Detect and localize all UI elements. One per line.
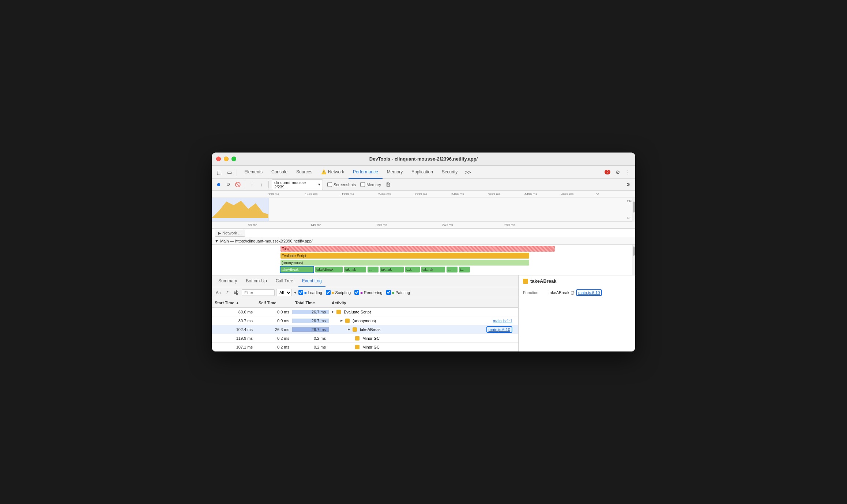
td-total-5: 0.2 ms bbox=[292, 345, 329, 349]
tab-elements[interactable]: Elements bbox=[240, 166, 267, 179]
refresh-record-button[interactable]: ↺ bbox=[224, 181, 232, 189]
flame-3[interactable]: tak...ak bbox=[344, 267, 366, 272]
ruler-mark-7: 3999 ms bbox=[488, 192, 501, 196]
tree-arrow-1[interactable]: ▶ bbox=[332, 310, 334, 313]
bottom-split: Summary Bottom-Up Call Tree Event Log Aa bbox=[212, 275, 635, 351]
tab-sources[interactable]: Sources bbox=[292, 166, 317, 179]
activity-cell-3: ▶ takeABreak main.js:6:10 bbox=[329, 326, 518, 333]
th-self-time[interactable]: Self Time bbox=[256, 301, 292, 305]
tab-summary[interactable]: Summary bbox=[215, 275, 241, 287]
flame-8[interactable]: t... bbox=[447, 267, 458, 272]
more-tabs-button[interactable]: >> bbox=[462, 169, 474, 175]
ruler-mark-5: 2999 ms bbox=[415, 192, 428, 196]
tab-bottom-up[interactable]: Bottom-Up bbox=[242, 275, 270, 287]
rp-function-link[interactable]: main.js:6:10 bbox=[576, 289, 602, 296]
tab-network[interactable]: ⚠️ Network bbox=[317, 166, 349, 179]
table-row[interactable]: 80.7 ms 0.0 ms 26.7 ms ▶ (anonymous) mai… bbox=[212, 316, 518, 325]
painting-checkbox[interactable]: ■ Painting bbox=[386, 290, 410, 295]
flame-scroll-thumb[interactable] bbox=[633, 247, 635, 256]
activity-cell-1: ▶ Evaluate Script bbox=[329, 310, 518, 314]
filter-input[interactable] bbox=[242, 289, 275, 296]
td-self-5: 0.2 ms bbox=[256, 345, 292, 349]
table-row[interactable]: 119.9 ms 0.2 ms 0.2 ms Minor GC bbox=[212, 334, 518, 343]
flame-5[interactable]: tak...ak bbox=[380, 267, 404, 272]
rendering-checkbox[interactable]: ■ Rendering bbox=[354, 290, 382, 295]
perf-divider-1 bbox=[245, 181, 245, 188]
perf-divider-2 bbox=[268, 181, 269, 188]
memory-checkbox[interactable]: Memory bbox=[360, 182, 381, 187]
ruler-mark-2: 1499 ms bbox=[305, 192, 318, 196]
anonymous-row: (anonymous) bbox=[215, 260, 635, 266]
timeline-overview-container[interactable]: 999 ms 1499 ms 1999 ms 2499 ms 2999 ms 3… bbox=[212, 191, 635, 229]
tab-memory[interactable]: Memory bbox=[383, 166, 407, 179]
tab-performance[interactable]: Performance bbox=[349, 166, 383, 179]
loading-checkbox[interactable]: ■ Loading bbox=[298, 290, 322, 295]
upload-button[interactable]: ↑ bbox=[248, 181, 256, 189]
case-sensitive-button[interactable]: ab̲ bbox=[232, 289, 240, 296]
download-button[interactable]: ↓ bbox=[257, 181, 266, 189]
tab-event-log[interactable]: Event Log bbox=[298, 275, 325, 287]
table-row-selected[interactable]: 102.4 ms 26.3 ms 26.7 ms ▶ takeABreak ma… bbox=[212, 325, 518, 334]
perf-toolbar: ⏺ ↺ 🚫 ↑ ↓ clinquant-mousse-2f239... ▾ Sc… bbox=[212, 179, 635, 191]
flame-2[interactable]: takeABreak bbox=[315, 267, 343, 272]
devtools-panel: ⬚ ▭ Elements Console Sources ⚠️ Network bbox=[212, 166, 635, 351]
settings-icon[interactable]: ⚙ bbox=[613, 168, 622, 177]
evaluate-script-bar[interactable]: Evaluate Script bbox=[281, 253, 529, 259]
ruler-mark-1: 999 ms bbox=[268, 192, 279, 196]
aa-button[interactable]: Aa bbox=[214, 289, 222, 296]
more-options-icon[interactable]: ⋮ bbox=[624, 168, 632, 177]
detail-mark-2: 149 ms bbox=[310, 223, 321, 227]
th-activity[interactable]: Activity bbox=[329, 301, 518, 305]
scrollbar-right[interactable] bbox=[632, 198, 635, 222]
flame-4[interactable]: t... bbox=[368, 267, 379, 272]
activity-icon-4 bbox=[355, 336, 359, 341]
activity-cell-4: Minor GC bbox=[329, 336, 518, 341]
activity-link-3[interactable]: main.js:6:10 bbox=[486, 326, 512, 333]
tab-application[interactable]: Application bbox=[407, 166, 437, 179]
main-tabs: Elements Console Sources ⚠️ Network Perf… bbox=[240, 166, 474, 179]
flame-9[interactable]: t... bbox=[459, 267, 470, 272]
capture-settings-icon[interactable]: 🖹 bbox=[385, 182, 391, 188]
regex-button[interactable]: .* bbox=[224, 289, 230, 296]
table-row[interactable]: 107.1 ms 0.2 ms 0.2 ms Minor GC bbox=[212, 343, 518, 351]
flame-scrollbar[interactable] bbox=[632, 245, 635, 275]
tab-security[interactable]: Security bbox=[437, 166, 462, 179]
th-total-time[interactable]: Total Time bbox=[292, 301, 329, 305]
take-a-break-selected[interactable]: takeABreak bbox=[281, 267, 313, 272]
window-title: DevTools - clinquant-mousse-2f2396.netli… bbox=[369, 156, 478, 162]
url-selector[interactable]: clinquant-mousse-2f239... ▾ bbox=[272, 179, 323, 190]
clear-button[interactable]: 🚫 bbox=[234, 181, 242, 189]
bottom-tabs: Summary Bottom-Up Call Tree Event Log bbox=[212, 275, 518, 287]
record-button[interactable]: ⏺ bbox=[215, 181, 223, 189]
activity-link-2[interactable]: main.js:1:1 bbox=[493, 319, 515, 323]
anonymous-bar[interactable]: (anonymous) bbox=[281, 260, 529, 266]
dropdown-arrow[interactable]: ▾ bbox=[293, 290, 297, 295]
network-label[interactable]: ▶ Network ... bbox=[215, 230, 245, 237]
screenshots-checkbox[interactable]: Screenshots bbox=[327, 182, 356, 187]
device-icon[interactable]: ▭ bbox=[225, 168, 234, 177]
scripting-checkbox[interactable]: ■ Scripting bbox=[326, 290, 351, 295]
tree-arrow-2[interactable]: ▶ bbox=[340, 319, 343, 322]
traffic-lights bbox=[216, 157, 236, 161]
flame-7[interactable]: tak...ak bbox=[421, 267, 445, 272]
ruler-mark-9: 4999 ms bbox=[561, 192, 574, 196]
tab-call-tree[interactable]: Call Tree bbox=[272, 275, 297, 287]
gear-icon[interactable]: ⚙ bbox=[624, 181, 632, 189]
close-button[interactable] bbox=[216, 157, 221, 161]
minimize-button[interactable] bbox=[224, 157, 229, 161]
td-start-4: 119.9 ms bbox=[212, 336, 256, 341]
main-thread-header: ▼ Main — https://clinquant-mousse-2f2396… bbox=[212, 237, 635, 245]
timeline-overview[interactable]: CPU NET bbox=[212, 198, 635, 222]
td-start-3: 102.4 ms bbox=[212, 327, 256, 332]
task-bar[interactable]: Task bbox=[281, 246, 555, 252]
th-start-time[interactable]: Start Time ▲ bbox=[212, 301, 256, 305]
inspector-icon[interactable]: ⬚ bbox=[215, 168, 223, 177]
td-self-2: 0.0 ms bbox=[256, 319, 292, 323]
tree-arrow-3[interactable]: ▶ bbox=[348, 328, 350, 331]
scroll-thumb[interactable] bbox=[633, 202, 635, 212]
flame-6[interactable]: t...k bbox=[405, 267, 420, 272]
tab-console[interactable]: Console bbox=[267, 166, 292, 179]
table-row[interactable]: 80.6 ms 0.0 ms 26.7 ms ▶ Evaluate Script bbox=[212, 308, 518, 316]
category-select[interactable]: All bbox=[276, 289, 292, 296]
maximize-button[interactable] bbox=[231, 157, 236, 161]
